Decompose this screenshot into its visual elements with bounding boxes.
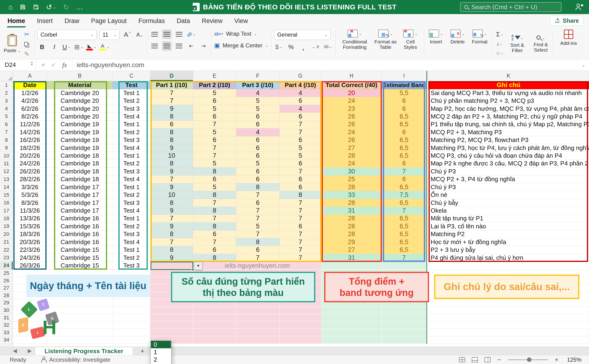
cell-part3[interactable]: 8 <box>236 238 280 246</box>
cell-part4[interactable]: 7 <box>280 238 321 246</box>
cell-note[interactable]: Matching P2 <box>428 230 589 238</box>
header-test[interactable]: Test <box>113 81 150 89</box>
dropdown-option-0[interactable]: 0 <box>151 341 171 348</box>
tab-insert[interactable]: Insert <box>36 16 53 26</box>
empty-cell[interactable] <box>321 307 382 314</box>
cell-test[interactable]: Test 1 <box>113 152 150 160</box>
cell-date[interactable]: 18/3/26 <box>13 230 47 238</box>
row-number[interactable]: 23 <box>0 254 13 262</box>
tab-home[interactable]: Home <box>7 16 26 26</box>
cell-part4[interactable]: 7 <box>280 254 321 262</box>
cell-band[interactable]: 6,5 <box>382 121 426 128</box>
cell-band[interactable]: 6,5 <box>382 183 426 191</box>
empty-cell[interactable] <box>280 336 321 344</box>
cell-date[interactable]: 16/2/26 <box>13 136 47 144</box>
cell-part1[interactable]: 7 <box>150 89 193 97</box>
italic-button[interactable]: I <box>50 42 59 52</box>
row-number[interactable]: 29 <box>0 299 13 307</box>
cell-part4[interactable]: 7 <box>280 199 321 207</box>
row-number[interactable]: 19 <box>0 222 13 230</box>
empty-cell[interactable] <box>280 314 321 322</box>
header-part4[interactable]: Part 4 (/10) <box>280 81 321 89</box>
merge-center-button[interactable]: ▣ Merge & Center ⌄ <box>214 42 268 49</box>
row-number[interactable]: 12 <box>0 168 13 175</box>
zoom-in-button[interactable]: + <box>555 356 558 364</box>
row-number[interactable]: 16 <box>0 199 13 207</box>
cell-total[interactable]: 24 <box>321 160 382 168</box>
empty-cell[interactable] <box>236 322 280 329</box>
accessibility-status[interactable]: Accessibility: Investigate <box>41 357 110 363</box>
cell-material[interactable]: Cambridge 17 <box>47 199 113 207</box>
cell-band[interactable]: 6 <box>382 128 426 136</box>
cell-test[interactable]: Test 2 <box>113 97 150 105</box>
cell-note[interactable]: Học từ mới + từ đồng nghĩa <box>428 238 589 246</box>
empty-cell[interactable] <box>236 329 280 336</box>
cell-part4[interactable]: 6 <box>280 160 321 168</box>
empty-cell[interactable] <box>236 307 280 314</box>
cell-date[interactable]: 1/2/26 <box>13 89 47 97</box>
cell-part1[interactable]: 10 <box>150 191 193 199</box>
cell-part2[interactable]: 6 <box>193 246 236 254</box>
cell-test[interactable]: Test 3 <box>113 136 150 144</box>
cell-band[interactable]: 6,5 <box>382 230 426 238</box>
tab-formulas[interactable]: Formulas <box>138 16 165 26</box>
cell-total[interactable]: 28 <box>321 222 382 230</box>
insert-function-icon[interactable]: fx <box>62 61 67 69</box>
cell-total[interactable]: 25 <box>321 176 382 183</box>
cell-total[interactable]: 28 <box>321 230 382 238</box>
empty-cell[interactable] <box>382 322 426 329</box>
cell-note[interactable]: P4 ghi đúng sửa lại sai, chú ý hơn <box>428 254 589 262</box>
row-number-selected[interactable]: 24 <box>0 262 13 269</box>
font-color-button[interactable]: A⌄ <box>99 42 110 52</box>
header-part2[interactable]: Part 2 (/10) <box>193 81 236 89</box>
cell-dropdown-button[interactable]: ▼ <box>194 262 202 270</box>
name-box[interactable]: D24 ▲▼ <box>0 59 36 71</box>
tab-page-layout[interactable]: Page Layout <box>91 16 127 26</box>
cell-part2[interactable]: 5 <box>193 160 236 168</box>
paste-button[interactable]: Paste ⌄ <box>4 35 21 53</box>
cell-part1[interactable]: 9 <box>150 168 193 175</box>
header-date[interactable]: Date <box>13 81 47 89</box>
insert-cells-button[interactable]: ⌄ Insert <box>427 30 445 44</box>
row-number[interactable]: 32 <box>0 322 13 329</box>
brand-logo[interactable]: L T S E I H <box>16 299 80 344</box>
row-number[interactable]: 1 <box>0 81 13 89</box>
decrease-font-button[interactable]: A˅ <box>135 30 144 39</box>
cell-date[interactable]: 5/3/26 <box>13 191 47 199</box>
empty-cell[interactable] <box>193 329 236 336</box>
cell-part4[interactable]: 4 <box>280 89 321 97</box>
cell-note[interactable]: MCQ P2 + 3, P4 từ đồng nghĩa <box>428 176 589 183</box>
cell-test[interactable]: Test 3 <box>113 168 150 175</box>
font-size-select[interactable]: 11⌄ <box>99 30 120 40</box>
header-total[interactable]: Total Correct (/40) <box>321 81 382 89</box>
row-number[interactable]: 28 <box>0 292 13 299</box>
add-sheet-button[interactable]: + <box>141 347 144 355</box>
bold-button[interactable]: B <box>37 42 47 52</box>
cell-test[interactable]: Test 1 <box>113 246 150 254</box>
cell-date[interactable]: 24/3/26 <box>13 254 47 262</box>
undo-button[interactable]: ↺⌄ <box>46 3 56 11</box>
prev-sheet-icon[interactable]: ◀ <box>13 348 17 354</box>
cell-part3[interactable]: 6 <box>236 144 280 152</box>
cell-date[interactable]: 28/2/26 <box>13 176 47 183</box>
cell-material[interactable]: Cambridge 20 <box>47 113 113 120</box>
cell-note[interactable]: Sai dạng MCQ Part 3, thiếu từ vựng và au… <box>428 89 589 97</box>
cell-part4[interactable]: 6 <box>280 136 321 144</box>
empty-cell[interactable] <box>150 322 193 329</box>
cell-date[interactable]: 26/3/26 <box>13 262 47 269</box>
cell-total[interactable]: 26 <box>321 121 382 128</box>
row-number[interactable]: 20 <box>0 230 13 238</box>
cell-part2[interactable]: 6 <box>193 113 236 120</box>
header-material[interactable]: Material <box>47 81 113 89</box>
cell-band[interactable]: 6,5 <box>382 222 426 230</box>
cell-date[interactable]: 6/2/26 <box>13 105 47 113</box>
column-header-B[interactable]: B <box>47 71 113 81</box>
cell-note[interactable]: Chú ý phần matching P2 + 3, MCQ p3 <box>428 97 589 105</box>
cell-part3[interactable]: 7 <box>236 254 280 262</box>
redo-button[interactable]: ↻ <box>63 3 69 11</box>
row-number[interactable]: 31 <box>0 314 13 322</box>
cell-band[interactable]: 6 <box>382 176 426 183</box>
empty-cell[interactable] <box>428 314 589 322</box>
empty-cell[interactable] <box>150 307 193 314</box>
cell-part4[interactable]: 7 <box>280 207 321 214</box>
